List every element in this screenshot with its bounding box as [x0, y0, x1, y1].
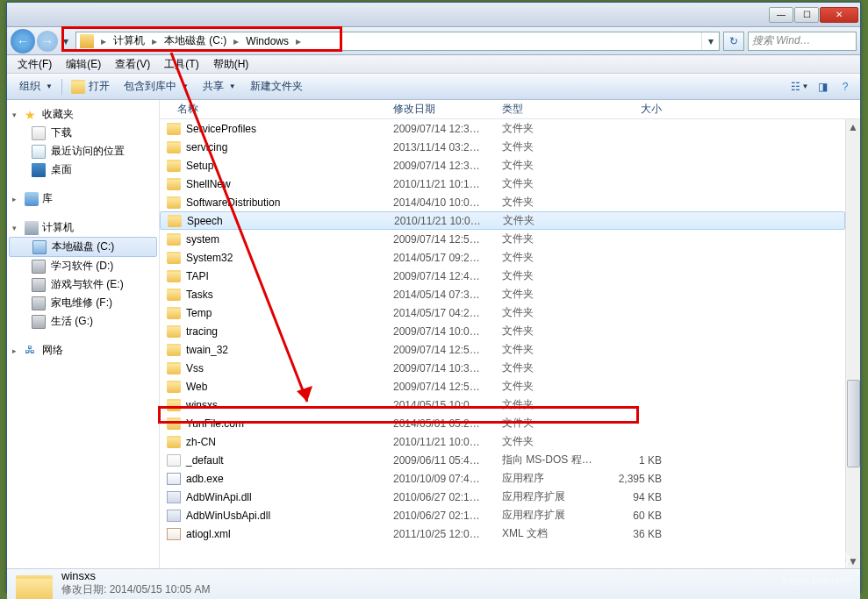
file-name: ShellNew [186, 178, 231, 190]
scroll-down-button[interactable]: ▼ [846, 553, 860, 568]
file-date: 2009/07/14 10:0… [388, 325, 497, 338]
file-row-adbwinusbapi-dll[interactable]: AdbWinUsbApi.dll2010/06/27 02:1…应用程序扩展60… [160, 506, 845, 524]
file-date: 2010/11/21 10:0… [388, 436, 497, 448]
menu-tools[interactable]: 工具(T) [157, 57, 205, 72]
nav-drive-c[interactable]: 本地磁盘 (C:) [9, 237, 157, 257]
file-row-yunfile-com[interactable]: YunFile.com2014/05/01 05:2…文件夹 [160, 414, 845, 432]
organize-button[interactable]: 组织▼ [12, 76, 60, 97]
share-button[interactable]: 共享▼ [196, 76, 243, 97]
vertical-scrollbar[interactable]: ▲ ▼ [845, 119, 860, 568]
file-row-adbwinapi-dll[interactable]: AdbWinApi.dll2010/06/27 02:1…应用程序扩展94 KB [160, 488, 845, 506]
file-row-adb-exe[interactable]: adb.exe2010/10/09 07:4…应用程序2,395 KB [160, 469, 845, 488]
breadcrumb-sep[interactable]: ▸ [230, 35, 242, 47]
nav-drive-g[interactable]: 生活 (G:) [7, 312, 159, 331]
nav-drive-e[interactable]: 游戏与软件 (E:) [7, 275, 159, 294]
file-type: 文件夹 [497, 250, 602, 265]
nav-drive-d[interactable]: 学习软件 (D:) [7, 257, 159, 275]
column-type[interactable]: 类型 [497, 102, 602, 117]
file-name: Web [186, 381, 207, 393]
file-date: 2014/05/17 09:2… [388, 252, 497, 264]
folder-icon [167, 252, 181, 264]
menu-help[interactable]: 帮助(H) [206, 57, 256, 72]
file-row-servicing[interactable]: servicing2013/11/14 03:2…文件夹 [160, 138, 845, 156]
folder-icon [167, 289, 181, 301]
breadcrumb-computer[interactable]: 计算机 [110, 32, 148, 50]
favorites-header[interactable]: ▾★收藏夹 [7, 105, 159, 124]
scroll-track[interactable] [846, 134, 860, 553]
file-row-speech[interactable]: Speech2010/11/21 10:0…文件夹 [160, 211, 845, 230]
star-icon: ★ [25, 108, 39, 122]
menu-edit[interactable]: 编辑(E) [59, 57, 108, 72]
file-name: winsxs [186, 399, 218, 411]
file-name: Tasks [186, 289, 213, 301]
file-row-zh-cn[interactable]: zh-CN2010/11/21 10:0…文件夹 [160, 432, 845, 451]
nav-recent[interactable]: 最近访问的位置 [7, 142, 159, 160]
scroll-thumb[interactable] [847, 380, 860, 467]
breadcrumb-sep[interactable]: ▸ [148, 35, 161, 47]
column-name[interactable]: 名称 [160, 102, 388, 117]
new-folder-button[interactable]: 新建文件夹 [243, 76, 310, 97]
breadcrumb-sep[interactable]: ▸ [97, 35, 110, 47]
file-row-serviceprofiles[interactable]: ServiceProfiles2009/07/14 12:3…文件夹 [160, 119, 845, 138]
nav-bar: ← → ▾ ▸ 计算机 ▸ 本地磁盘 (C:) ▸ Windows ▸ ▾ ↻ … [7, 27, 860, 55]
file-row-system32[interactable]: System322014/05/17 09:2…文件夹 [160, 248, 845, 267]
dll-icon [167, 491, 181, 503]
file-row-web[interactable]: Web2009/07/14 12:5…文件夹 [160, 377, 845, 396]
address-dropdown[interactable]: ▾ [701, 32, 719, 50]
history-dropdown[interactable]: ▾ [60, 35, 72, 47]
file-row-twain-32[interactable]: twain_322009/07/14 12:5…文件夹 [160, 340, 845, 359]
refresh-button[interactable]: ↻ [723, 32, 744, 51]
file-icon [167, 454, 181, 467]
file-row-shellnew[interactable]: ShellNew2010/11/21 10:1…文件夹 [160, 175, 845, 193]
file-type: 应用程序扩展 [497, 489, 602, 504]
file-name: AdbWinUsbApi.dll [186, 510, 270, 522]
file-date: 2009/07/14 12:3… [388, 123, 497, 135]
preview-pane-button[interactable]: ◨ [813, 78, 832, 96]
help-button[interactable]: ? [836, 78, 855, 96]
file-type: 指向 MS-DOS 程… [497, 453, 602, 467]
nav-drive-f[interactable]: 家电维修 (F:) [7, 294, 159, 312]
file-row-softwaredistribution[interactable]: SoftwareDistribution2014/04/10 10:0…文件夹 [160, 193, 845, 211]
breadcrumb-sep[interactable]: ▸ [292, 35, 305, 47]
file-row-tasks[interactable]: Tasks2014/05/14 07:3…文件夹 [160, 285, 845, 303]
network-header[interactable]: ▸🖧网络 [7, 341, 159, 360]
menu-view[interactable]: 查看(V) [108, 57, 157, 72]
file-type: 文件夹 [497, 324, 602, 339]
back-button[interactable]: ← [11, 29, 35, 53]
libraries-header[interactable]: ▸库 [7, 189, 159, 208]
minimize-button[interactable]: — [769, 7, 793, 23]
drive-icon [32, 296, 46, 310]
view-options-button[interactable]: ☷▼ [790, 78, 809, 96]
address-bar[interactable]: ▸ 计算机 ▸ 本地磁盘 (C:) ▸ Windows ▸ ▾ [75, 32, 720, 51]
nav-downloads[interactable]: 下载 [7, 124, 159, 142]
include-library-button[interactable]: 包含到库中▼ [117, 76, 196, 97]
file-row-system[interactable]: system2009/07/14 12:5…文件夹 [160, 230, 845, 248]
file-size: 1 KB [602, 454, 672, 467]
menu-file[interactable]: 文件(F) [11, 57, 59, 72]
file-row-temp[interactable]: Temp2014/05/17 04:2…文件夹 [160, 303, 845, 322]
file-date: 2009/07/14 10:3… [388, 362, 497, 374]
file-row-tapi[interactable]: TAPI2009/07/14 12:4…文件夹 [160, 267, 845, 285]
file-row-atiogl-xml[interactable]: atiogl.xml2011/10/25 12:0…XML 文档36 KB [160, 524, 845, 543]
open-button[interactable]: 打开 [64, 76, 117, 97]
column-size[interactable]: 大小 [602, 102, 672, 117]
close-button[interactable]: ✕ [820, 7, 858, 23]
file-row--default[interactable]: _default2009/06/11 05:4…指向 MS-DOS 程…1 KB [160, 451, 845, 469]
file-row-tracing[interactable]: tracing2009/07/14 10:0…文件夹 [160, 322, 845, 340]
network-icon: 🖧 [25, 344, 39, 358]
search-input[interactable]: 搜索 Wind… [748, 32, 857, 51]
breadcrumb-windows[interactable]: Windows [242, 32, 292, 50]
desktop-icon [32, 163, 46, 177]
drive-icon [32, 278, 46, 292]
breadcrumb-drive-c[interactable]: 本地磁盘 (C:) [161, 32, 230, 50]
maximize-button[interactable]: ☐ [794, 7, 819, 23]
file-row-setup[interactable]: Setup2009/07/14 12:3…文件夹 [160, 156, 845, 175]
forward-button[interactable]: → [37, 31, 58, 52]
file-row-vss[interactable]: Vss2009/07/14 10:3…文件夹 [160, 359, 845, 377]
computer-header[interactable]: ▾计算机 [7, 218, 159, 237]
scroll-up-button[interactable]: ▲ [846, 119, 860, 134]
nav-desktop[interactable]: 桌面 [7, 160, 159, 179]
file-row-winsxs[interactable]: winsxs2014/05/15 10:0…文件夹 [160, 396, 845, 414]
separator [61, 79, 62, 95]
column-date[interactable]: 修改日期 [388, 102, 497, 117]
